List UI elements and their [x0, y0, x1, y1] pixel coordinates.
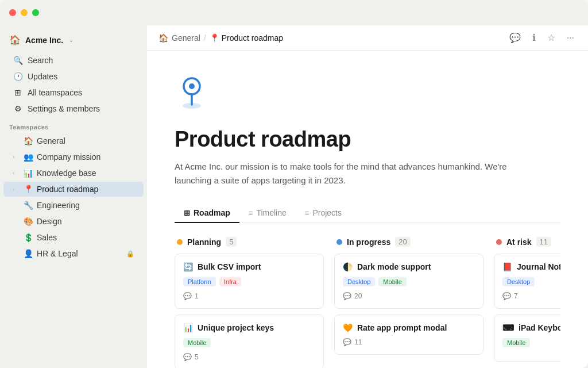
atrisk-title: At risk	[506, 237, 532, 247]
card-bulk-csv[interactable]: 🔄 Bulk CSV import Platform Infra 💬 1	[175, 254, 324, 309]
journal-icon: 📕	[502, 262, 512, 271]
workspace-name: Acme Inc.	[25, 36, 63, 45]
tag-mobile[interactable]: Mobile	[502, 338, 530, 347]
sidebar-item-search[interactable]: 🔍 Search	[3, 53, 144, 68]
card-ipad-title: ⌨ iPad Keyboard…	[502, 323, 560, 332]
unique-keys-label: Unique project keys	[198, 323, 274, 332]
dark-mode-icon: 🌓	[343, 262, 353, 271]
info-button[interactable]: ℹ	[530, 30, 538, 45]
page-icon	[175, 74, 560, 118]
card-dark-mode-title: 🌓 Dark mode support	[343, 262, 475, 271]
page-content: Product roadmap At Acme Inc. our mission…	[147, 51, 588, 368]
journal-footer: 💬 7	[502, 292, 560, 300]
column-header-in-progress: In progress 20	[334, 237, 483, 254]
bulk-csv-comment-count: 1	[195, 292, 199, 300]
sidebar-item-sales[interactable]: 💲 Sales	[3, 230, 144, 245]
card-unique-project-keys[interactable]: 📊 Unique project keys Mobile 💬 5	[175, 315, 324, 368]
column-in-progress: In progress 20 🌓 Dark mode support Deskt…	[334, 237, 483, 368]
unique-keys-tags: Mobile	[183, 338, 315, 347]
company-mission-icon: 👥	[23, 152, 33, 162]
tag-desktop[interactable]: Desktop	[343, 277, 375, 286]
grid-icon: ⊞	[13, 88, 23, 97]
tag-desktop[interactable]: Desktop	[502, 277, 535, 286]
sidebar-item-product-roadmap[interactable]: › 📍 Product roadmap	[3, 182, 144, 197]
bulk-csv-footer: 💬 1	[183, 292, 315, 300]
workspace-chevron-icon: ⌄	[69, 37, 74, 43]
planning-title: Planning	[187, 237, 221, 247]
sidebar-item-engineering[interactable]: 🔧 Engineering	[3, 198, 144, 213]
rate-app-comment-count: 11	[354, 338, 362, 346]
breadcrumb-page-icon: 📍	[210, 33, 219, 43]
card-dark-mode[interactable]: 🌓 Dark mode support Desktop Mobile 💬 20	[334, 254, 483, 309]
sidebar-item-company-mission[interactable]: › 👥 Company mission	[3, 150, 144, 164]
bulk-csv-label: Bulk CSV import	[198, 262, 261, 271]
sidebar-item-updates-label: Updates	[28, 72, 57, 81]
star-button[interactable]: ☆	[545, 30, 558, 45]
comment-icon: 💬	[343, 292, 351, 300]
chevron-icon: ›	[13, 170, 20, 176]
more-button[interactable]: ···	[564, 30, 577, 45]
sales-icon: 💲	[23, 233, 33, 242]
sidebar-item-updates[interactable]: 🕐 Updates	[3, 69, 144, 84]
chevron-icon: ›	[13, 186, 20, 192]
product-roadmap-icon: 📍	[23, 185, 33, 194]
column-at-risk: At risk 11 📕 Journal Noteb… Desktop	[494, 237, 560, 368]
sidebar-item-settings[interactable]: ⚙ Settings & members	[3, 101, 144, 116]
card-journal-notebook[interactable]: 📕 Journal Noteb… Desktop 💬 7	[494, 254, 560, 309]
engineering-icon: 🔧	[23, 201, 33, 210]
product-roadmap-label: Product roadmap	[37, 185, 134, 194]
breadcrumb: 🏠 General / 📍 Product roadmap	[158, 33, 504, 43]
breadcrumb-parent[interactable]: General	[172, 33, 200, 43]
bulk-csv-tags: Platform Infra	[183, 277, 315, 286]
tag-mobile[interactable]: Mobile	[183, 338, 211, 347]
sidebar-item-knowledge-base[interactable]: › 📊 Knowledge base	[3, 166, 144, 181]
kanban-board: Planning 5 🔄 Bulk CSV import Platform In…	[175, 237, 560, 368]
tab-projects[interactable]: ≡ Projects	[296, 204, 351, 223]
card-rate-app-prompt[interactable]: 🧡 Rate app prompt modal 💬 11	[334, 315, 483, 355]
workspace-switcher[interactable]: 🏠 Acme Inc. ⌄	[0, 30, 147, 52]
main-content: 🏠 General / 📍 Product roadmap 💬 ℹ ☆ ···	[147, 25, 588, 368]
clock-icon: 🕐	[13, 72, 23, 81]
traffic-light-green[interactable]	[32, 9, 39, 16]
ipad-label: iPad Keyboard…	[519, 323, 560, 332]
keyboard-icon: ⌨	[502, 323, 514, 332]
breadcrumb-parent-icon: 🏠	[158, 33, 168, 43]
sidebar-item-hr-legal[interactable]: 👤 HR & Legal 🔒	[3, 246, 144, 261]
column-planning: Planning 5 🔄 Bulk CSV import Platform In…	[175, 237, 324, 368]
planning-count: 5	[226, 237, 237, 247]
card-ipad-keyboard[interactable]: ⌨ iPad Keyboard… Mobile	[494, 315, 560, 362]
tag-platform[interactable]: Platform	[183, 277, 216, 286]
tab-roadmap[interactable]: ⊞ Roadmap	[175, 204, 239, 223]
atrisk-dot	[496, 239, 502, 245]
search-icon: 🔍	[13, 56, 23, 65]
sidebar-item-general[interactable]: 🏠 General	[3, 133, 144, 148]
sidebar-item-all-teamspaces[interactable]: ⊞ All teamspaces	[3, 85, 144, 100]
design-icon: 🎨	[23, 217, 33, 226]
chevron-icon: ›	[13, 154, 20, 160]
topbar-actions: 💬 ℹ ☆ ···	[507, 30, 577, 45]
engineering-label: Engineering	[37, 201, 134, 210]
knowledge-base-icon: 📊	[23, 168, 33, 178]
tag-infra[interactable]: Infra	[219, 277, 241, 286]
tab-timeline[interactable]: ≡ Timeline	[239, 204, 296, 223]
lock-icon: 🔒	[126, 250, 134, 258]
comment-button[interactable]: 💬	[507, 30, 523, 45]
column-header-planning: Planning 5	[175, 237, 324, 254]
sidebar-item-settings-label: Settings & members	[28, 104, 100, 113]
inprogress-count: 20	[395, 237, 410, 247]
teamspaces-section-label: Teamspaces	[0, 117, 147, 133]
traffic-light-red[interactable]	[9, 9, 16, 16]
timeline-tab-icon: ≡	[249, 209, 253, 217]
unique-keys-comment-count: 5	[195, 353, 199, 361]
card-journal-title: 📕 Journal Noteb…	[502, 262, 560, 271]
workspace-icon: 🏠	[9, 34, 21, 45]
comment-icon: 💬	[502, 292, 511, 300]
general-label: General	[37, 136, 134, 145]
tag-mobile[interactable]: Mobile	[378, 277, 406, 286]
ipad-tags: Mobile	[502, 338, 560, 347]
unique-keys-footer: 💬 5	[183, 353, 315, 361]
traffic-light-yellow[interactable]	[21, 9, 28, 16]
inprogress-dot	[336, 239, 342, 245]
sidebar-item-design[interactable]: 🎨 Design	[3, 214, 144, 229]
dark-mode-comment-count: 20	[354, 292, 362, 300]
